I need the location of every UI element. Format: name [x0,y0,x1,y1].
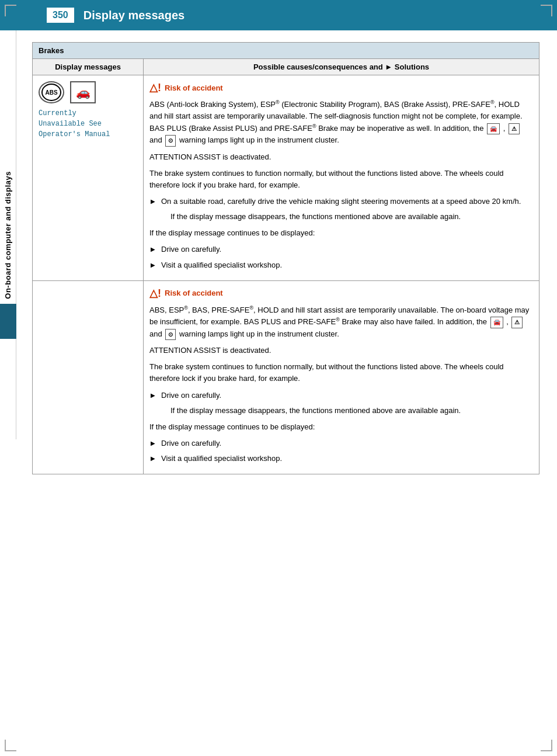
inline-icon-esp2: 🚘 [490,317,503,328]
section-header: Brakes [33,43,539,59]
causes-col-2: △! Risk of accident ABS, ESP®, BAS, PRE-… [144,280,539,474]
display-col-1: ABS 🚗 CurrentlyUnavailable SeeOperator's… [33,75,144,281]
para-2-3: The brake system continues to function n… [149,361,533,384]
risk-label-2: Risk of accident [165,289,223,297]
if-continues-2: If the display message continues to be d… [149,421,533,433]
risk-header-1: △! Risk of accident [149,81,533,94]
para-1-3: The brake system continues to function n… [149,168,533,191]
header-title: Display messages [83,9,184,22]
if-continues-1: If the display message continues to be d… [149,227,533,239]
bullet-1-1: On a suitable road, carefully drive the … [149,196,533,207]
corner-mark-br [541,740,552,751]
warning-icon-1: △! [149,81,161,94]
col1-header: Display messages [33,59,144,75]
para-2-2: ATTENTION ASSIST is deactivated. [149,345,533,356]
table-row: ABS 🚗 CurrentlyUnavailable SeeOperator's… [33,75,539,281]
car-icon: 🚗 [70,81,96,103]
inline-icon-esp-off2: ⚠ [511,317,523,328]
side-tab-label: On-board computer and displays [4,171,12,299]
bullet-1-1-sub: If the display message disappears, the f… [149,211,533,223]
para-1-2: ATTENTION ASSIST is deactivated. [149,151,533,163]
display-col-2 [33,280,144,474]
bullet-1-2: Drive on carefully. [149,244,533,255]
corner-mark-tr [541,5,552,16]
bullet-2-1-sub: If the display message disappears, the f… [149,405,533,417]
col2-header: Possible causes/consequences and ► Solut… [144,59,539,75]
brakes-table: Brakes Display messages Possible causes/… [32,42,539,474]
corner-mark-tl [5,5,16,16]
bullet-1-3: Visit a qualified specialist workshop. [149,259,533,271]
para-1-1: ABS (Anti-lock Braking System), ESP® (El… [149,99,533,147]
risk-header-2: △! Risk of accident [149,287,533,300]
main-content: Brakes Display messages Possible causes/… [32,42,539,474]
bullet-2-2: Drive on carefully. [149,438,533,449]
bullet-2-3: Visit a qualified specialist workshop. [149,453,533,464]
causes-col-1: △! Risk of accident ABS (Anti-lock Braki… [144,75,539,281]
side-tab: On-board computer and displays [0,30,16,439]
inline-icon-circle: ⊙ [165,135,176,147]
inline-icon-esp-off: ⚠ [509,123,520,135]
warning-icon-2: △! [149,287,161,300]
header-bar: 350 Display messages [0,0,557,30]
para-2-1: ABS, ESP®, BAS, PRE-SAFE®, HOLD and hill… [149,304,533,340]
inline-icon-circle2: ⊙ [165,329,176,341]
side-tab-blue-accent [0,304,16,339]
display-message-1: CurrentlyUnavailable SeeOperator's Manua… [39,108,137,140]
abs-icon: ABS [39,81,64,103]
bullet-2-1: Drive on carefully. [149,390,533,401]
corner-mark-bl [5,740,16,751]
page-number: 350 [47,8,74,23]
table-row: △! Risk of accident ABS, ESP®, BAS, PRE-… [33,280,539,474]
risk-label-1: Risk of accident [165,84,223,92]
inline-icon-esp: 🚘 [487,123,500,135]
